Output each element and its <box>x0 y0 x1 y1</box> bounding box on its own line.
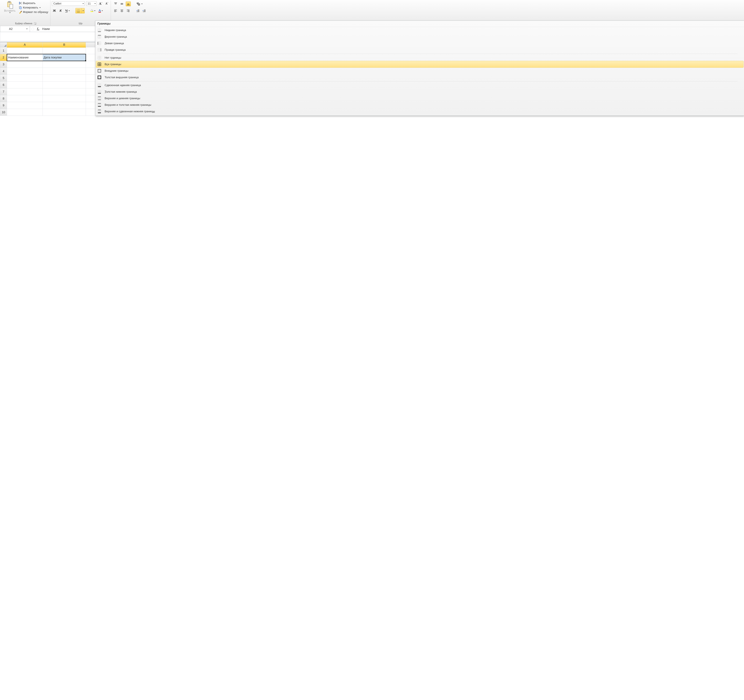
cell[interactable] <box>43 95 86 102</box>
grow-font-button[interactable]: A˄ <box>98 1 103 6</box>
border-double-bottom-icon <box>97 83 102 88</box>
menu-item-border-top-double-bottom[interactable]: Верхняя и сдвоенная нижняя границы <box>95 108 744 115</box>
name-box[interactable]: A2 <box>0 26 30 32</box>
cell[interactable] <box>43 47 86 54</box>
row-header[interactable]: 2 <box>0 54 7 61</box>
shrink-font-button[interactable]: A˅ <box>104 1 109 6</box>
menu-item-border-left[interactable]: Левая граница <box>95 40 744 46</box>
row-header[interactable]: 1 <box>0 47 7 54</box>
menu-item-label: Толстая нижняя граница <box>105 90 137 94</box>
copy-label: Копировать <box>23 6 38 9</box>
border-outer-icon <box>97 68 102 73</box>
borders-split-button[interactable] <box>76 8 85 13</box>
cancel-formula-icon[interactable] <box>31 28 34 30</box>
align-left-button[interactable] <box>113 8 118 13</box>
fill-color-button[interactable] <box>89 8 96 13</box>
chevron-down-icon[interactable] <box>26 28 28 29</box>
font-size-combo[interactable]: 11 <box>86 1 97 6</box>
chevron-down-icon <box>101 10 103 11</box>
row-header[interactable]: 9 <box>0 102 7 109</box>
svg-rect-47 <box>98 35 101 38</box>
chevron-down-icon <box>82 3 84 4</box>
column-header-a[interactable]: A <box>7 42 43 47</box>
menu-item-border-bottom[interactable]: Нижняя граница <box>95 27 744 33</box>
font-name-combo[interactable]: Calibri <box>52 1 85 6</box>
menu-item-border-thick-bottom[interactable]: Толстая нижняя граница <box>95 89 744 95</box>
font-color-button[interactable]: A <box>98 8 104 13</box>
dropdown-header: Границы <box>95 21 744 27</box>
cell[interactable] <box>43 61 86 68</box>
increase-indent-icon <box>143 9 146 12</box>
paste-icon <box>6 1 14 9</box>
cell[interactable] <box>7 75 43 82</box>
cell[interactable] <box>7 109 43 116</box>
cell[interactable] <box>7 68 43 75</box>
row-header[interactable]: 3 <box>0 61 7 68</box>
cell[interactable] <box>7 47 43 54</box>
align-bottom-button[interactable] <box>126 1 131 6</box>
cell[interactable] <box>43 88 86 95</box>
cell[interactable] <box>7 88 43 95</box>
cell[interactable] <box>43 75 86 82</box>
row-header[interactable]: 8 <box>0 95 7 102</box>
dialog-launcher-icon[interactable] <box>34 22 36 25</box>
menu-item-border-none[interactable]: Нет границы <box>95 55 744 61</box>
format-painter-button[interactable]: Формат по образцу <box>18 10 49 14</box>
row-header[interactable]: 6 <box>0 82 7 88</box>
menu-item-border-top-bottom[interactable]: Верхняя и нижняя границы <box>95 95 744 102</box>
align-top-button[interactable] <box>113 1 118 6</box>
select-all-corner[interactable] <box>0 42 7 47</box>
svg-point-12 <box>92 11 93 12</box>
cell[interactable] <box>43 68 86 75</box>
cell[interactable] <box>7 61 43 68</box>
cut-button[interactable]: Вырезать <box>18 1 49 5</box>
row-header[interactable]: 10 <box>0 109 7 116</box>
menu-item-border-outer[interactable]: Внешние границы <box>95 68 744 74</box>
bold-button[interactable]: Ж <box>52 8 57 13</box>
cell-a2[interactable]: Наименование <box>7 54 43 61</box>
cell[interactable] <box>43 109 86 116</box>
row-header[interactable]: 7 <box>0 88 7 95</box>
borders-dropdown-button[interactable] <box>82 8 85 13</box>
cell[interactable] <box>43 82 86 88</box>
svg-rect-80 <box>98 97 101 100</box>
italic-label: К <box>60 9 62 13</box>
align-right-button[interactable] <box>126 8 131 13</box>
menu-item-border-all[interactable]: Все границы <box>96 61 743 68</box>
cell[interactable] <box>7 82 43 88</box>
fx-icon[interactable]: fx <box>37 27 39 31</box>
menu-item-border-top-thick-bottom[interactable]: Верхняя и толстая нижняя границы <box>95 102 744 108</box>
menu-item-border-right[interactable]: Правая граница <box>95 46 744 53</box>
increase-indent-button[interactable] <box>142 8 147 13</box>
menu-item-label: Левая граница <box>105 42 124 45</box>
orientation-button[interactable]: ab <box>136 1 144 6</box>
menu-item-label: Все границы <box>105 62 121 66</box>
border-right-icon <box>97 48 102 52</box>
cell[interactable] <box>7 95 43 102</box>
column-header-b[interactable]: B <box>43 42 86 47</box>
decrease-indent-button[interactable] <box>135 8 140 13</box>
chevron-down-icon <box>68 10 70 11</box>
bucket-icon <box>90 9 94 13</box>
align-middle-button[interactable] <box>119 1 124 6</box>
cell[interactable] <box>43 102 86 109</box>
menu-item-border-double-bottom[interactable]: Сдвоенная нижняя граница <box>95 82 744 89</box>
menu-item-border-top[interactable]: Верхняя граница <box>95 33 744 40</box>
menu-item-border-thick[interactable]: Толстая внешняя граница <box>95 74 744 80</box>
row-header[interactable]: 5 <box>0 75 7 82</box>
align-center-button[interactable] <box>119 8 124 13</box>
underline-button[interactable]: Ч <box>64 8 70 13</box>
menu-item-label: Верхняя и толстая нижняя границы <box>105 103 151 107</box>
borders-button[interactable] <box>76 8 82 13</box>
border-all-icon <box>97 62 102 67</box>
svg-rect-76 <box>98 90 101 93</box>
copy-button[interactable]: Копировать <box>18 6 49 9</box>
cell-b2[interactable]: Дата покупки <box>43 54 86 61</box>
italic-button[interactable]: К <box>58 8 63 13</box>
menu-item-label: Толстая внешняя граница <box>105 76 139 79</box>
formula-value[interactable]: Наим <box>42 27 50 31</box>
cell[interactable] <box>7 102 43 109</box>
paste-button[interactable]: Вставить <box>2 1 17 13</box>
row-header[interactable]: 4 <box>0 68 7 75</box>
font-name-value: Calibri <box>53 2 61 5</box>
